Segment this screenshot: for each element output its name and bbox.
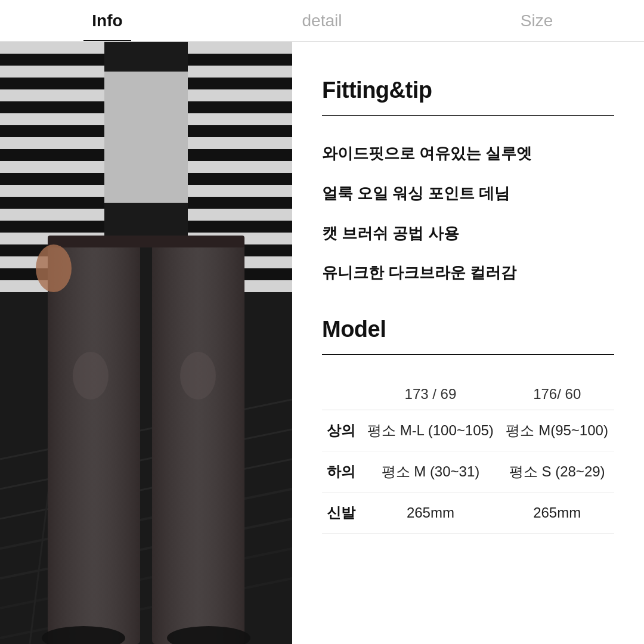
svg-rect-33 (188, 209, 292, 221)
svg-rect-21 (0, 209, 104, 221)
product-image (0, 42, 292, 644)
svg-rect-31 (188, 161, 292, 173)
svg-rect-40 (152, 239, 244, 644)
tab-size[interactable]: Size (429, 0, 644, 41)
svg-rect-32 (188, 185, 292, 197)
col-label (322, 379, 361, 410)
tab-bar: Info detail Size (0, 0, 644, 42)
fitting-title: Fitting&tip (322, 78, 614, 103)
svg-rect-30 (188, 137, 292, 149)
info-panel: Fitting&tip 와이드핏으로 여유있는 실루엣 얼룩 오일 워싱 포인트… (292, 42, 644, 644)
tip-item-3: 캣 브러쉬 공법 사용 (322, 219, 614, 247)
model-table: 173 / 69 176/ 60 상의 평소 M-L (100~105) 평소 … (322, 379, 614, 534)
svg-rect-15 (0, 66, 104, 78)
row-val-3-2: 265mm (500, 493, 614, 534)
image-placeholder (0, 42, 292, 644)
model-table-header: 173 / 69 176/ 60 (322, 379, 614, 410)
svg-rect-27 (188, 66, 292, 78)
tip-item-4: 유니크한 다크브라운 컬러감 (322, 259, 614, 287)
fitting-divider (322, 115, 614, 116)
svg-rect-12 (95, 72, 197, 203)
svg-rect-14 (0, 42, 104, 54)
svg-point-42 (73, 352, 109, 400)
row-val-1-1: 평소 M-L (100~105) (361, 410, 500, 451)
svg-point-43 (180, 352, 216, 400)
svg-point-46 (36, 244, 72, 292)
row-val-2-1: 평소 M (30~31) (361, 451, 500, 493)
fitting-tips-section: Fitting&tip 와이드핏으로 여유있는 실루엣 얼룩 오일 워싱 포인트… (322, 78, 614, 287)
svg-rect-19 (0, 161, 104, 173)
svg-rect-28 (188, 89, 292, 101)
col-model1: 173 / 69 (361, 379, 500, 410)
svg-rect-38 (48, 239, 140, 644)
row-val-2-2: 평소 S (28~29) (500, 451, 614, 493)
tip-item-1: 와이드핏으로 여유있는 실루엣 (322, 140, 614, 168)
row-val-3-1: 265mm (361, 493, 500, 534)
svg-rect-41 (48, 236, 244, 247)
row-label-2: 하의 (322, 451, 361, 493)
svg-rect-16 (0, 89, 104, 101)
table-row: 신발 265mm 265mm (322, 493, 614, 534)
model-title: Model (322, 317, 614, 342)
table-row: 상의 평소 M-L (100~105) 평소 M(95~100) (322, 410, 614, 451)
tab-detail[interactable]: detail (215, 0, 429, 41)
model-divider (322, 354, 614, 355)
svg-rect-29 (188, 113, 292, 125)
row-label-3: 신발 (322, 493, 361, 534)
col-model2: 176/ 60 (500, 379, 614, 410)
row-val-1-2: 평소 M(95~100) (500, 410, 614, 451)
svg-rect-20 (0, 185, 104, 197)
tip-item-2: 얼룩 오일 워싱 포인트 데님 (322, 179, 614, 208)
svg-rect-18 (0, 137, 104, 149)
model-section: Model 173 / 69 176/ 60 상의 평소 M-L (100~10… (322, 317, 614, 534)
svg-rect-17 (0, 113, 104, 125)
svg-rect-26 (188, 42, 292, 54)
row-label-1: 상의 (322, 410, 361, 451)
main-content: Fitting&tip 와이드핏으로 여유있는 실루엣 얼룩 오일 워싱 포인트… (0, 42, 644, 644)
tab-info[interactable]: Info (0, 0, 215, 41)
table-row: 하의 평소 M (30~31) 평소 S (28~29) (322, 451, 614, 493)
